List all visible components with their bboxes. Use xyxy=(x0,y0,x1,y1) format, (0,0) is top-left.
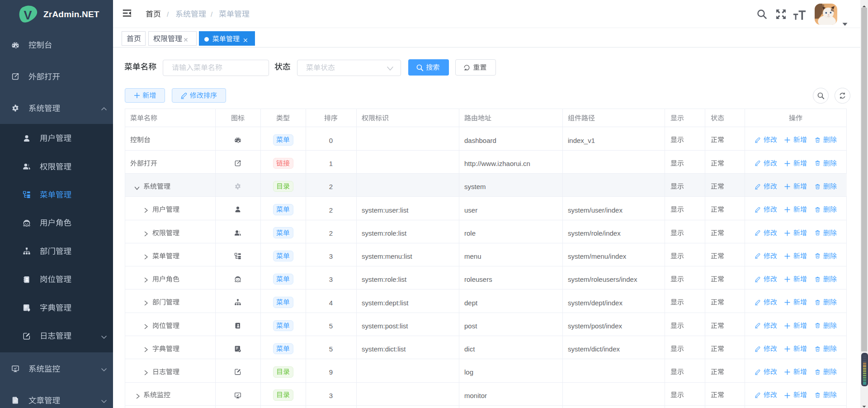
svg-text:V: V xyxy=(24,9,32,22)
